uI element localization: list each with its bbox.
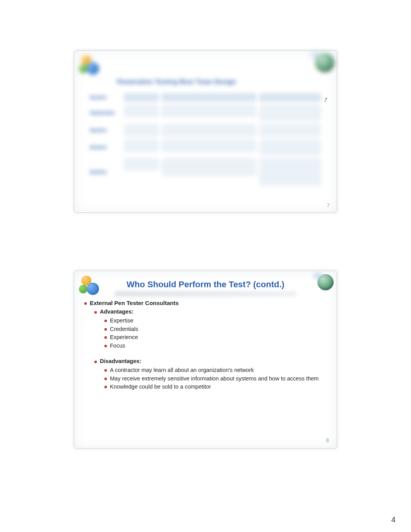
advantage-item: Credentials <box>104 326 327 333</box>
slide2-title: Who Should Perform the Test? (contd.) <box>84 276 327 290</box>
slide1-table: Section Subsection Section Section <box>90 93 321 186</box>
advantage-item: Expertise <box>104 317 327 325</box>
advantage-item: Focus <box>104 342 327 350</box>
globe-icon <box>317 274 334 290</box>
slide1-title: Penetration Testing Best Team Design <box>117 78 236 85</box>
table-row-label: Section <box>90 140 121 155</box>
advantages-heading: Advantages: <box>94 309 327 315</box>
heading-external: External Pen Tester Consultants <box>84 300 327 306</box>
disadvantage-item: A contractor may learn all about an orga… <box>104 367 327 374</box>
slide1-overlay-number: 7 <box>323 97 328 103</box>
table-row-label: Section <box>90 124 121 136</box>
slide-content: Who Should Perform the Test? (contd.) Ex… <box>74 271 337 448</box>
logo-icon <box>79 54 102 77</box>
table-row-label: Subsection <box>90 105 121 121</box>
table-row-label: Section <box>90 93 121 102</box>
disadvantage-item: Knowledge could be sold to a competitor <box>104 383 327 391</box>
page-number: 4 <box>391 515 396 524</box>
slide1-body: Penetration Testing Best Team Design Sec… <box>74 51 337 212</box>
advantage-item: Experience <box>104 334 327 341</box>
slide-blurred: 7 Penetration Testing Best Team Design S… <box>74 50 337 213</box>
logo-icon <box>79 274 102 297</box>
slide1-number: 7 <box>327 202 330 208</box>
table-row-label: Section <box>90 158 121 186</box>
disadvantages-heading: Disadvantages: <box>94 358 327 364</box>
subtitle-blur <box>115 291 296 297</box>
globe-icon <box>315 53 334 72</box>
slide2-number: 8 <box>326 437 329 443</box>
disadvantage-item: May receive extremely sensitive informat… <box>104 375 327 383</box>
